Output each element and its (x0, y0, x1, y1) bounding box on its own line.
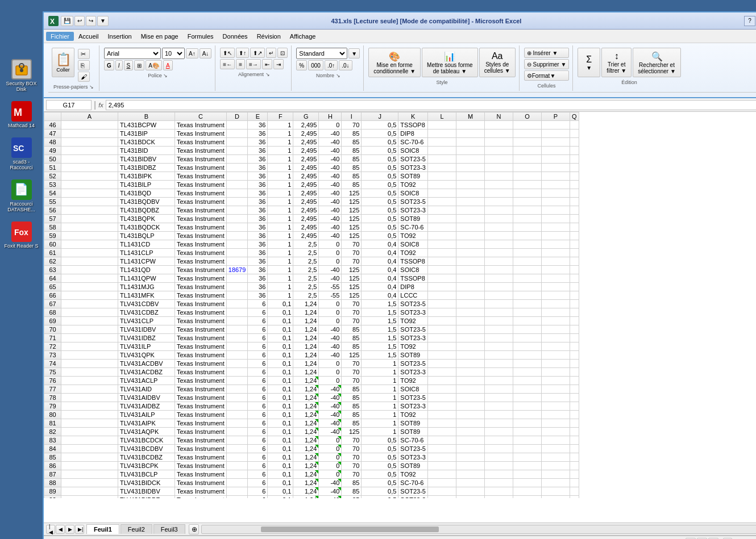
cell-j[interactable]: 1,5 (362, 351, 398, 360)
cell-empty[interactable] (542, 300, 570, 308)
cell-j[interactable]: 0,5 (362, 181, 398, 189)
cell-manufacturer[interactable]: Texas Instrument (175, 360, 227, 368)
cell-empty[interactable] (570, 428, 579, 436)
cell-a[interactable] (61, 181, 118, 189)
cell-empty[interactable] (570, 181, 579, 189)
cell-empty[interactable] (570, 334, 579, 342)
menu-revision[interactable]: Révision (252, 32, 285, 41)
cell-d[interactable] (226, 147, 248, 155)
cell-manufacturer[interactable]: Texas Instrument (175, 402, 227, 411)
sheet-tab-feuil1[interactable]: Feuil1 (86, 524, 119, 534)
mathcad-icon[interactable]: M Mathcad 14 (0, 99, 43, 131)
raccourci-icon[interactable]: 📄 RaccourciDATASHE... (0, 177, 43, 215)
cell-g[interactable]: 2,495 (293, 164, 319, 172)
undo-button[interactable]: ↩ (74, 16, 85, 26)
cell-h[interactable]: 0 (319, 462, 342, 470)
number-format-arrow[interactable]: ▼ (348, 48, 360, 59)
styles-button[interactable]: Aa Styles de cellules ▼ (479, 48, 516, 77)
cell-j[interactable]: 0,5 (362, 479, 398, 487)
cell-f[interactable]: 0,1 (268, 436, 293, 445)
cell-package[interactable]: SOT23-5 (398, 487, 428, 496)
cell-manufacturer[interactable]: Texas Instrument (175, 291, 227, 300)
cell-voltage[interactable]: 36 (248, 181, 268, 189)
cell-empty[interactable] (456, 300, 485, 308)
cell-i[interactable]: 125 (342, 291, 362, 300)
cell-i[interactable]: 70 (342, 308, 362, 317)
cell-empty[interactable] (428, 360, 456, 368)
cell-i[interactable]: 125 (342, 428, 362, 436)
cell-h[interactable]: -40 (319, 155, 342, 164)
cell-f[interactable]: 0,1 (268, 368, 293, 377)
cell-f[interactable]: 0,1 (268, 462, 293, 470)
cell-empty[interactable] (428, 453, 456, 462)
cell-package[interactable]: SOIC8 (398, 147, 428, 155)
cell-part-number[interactable]: TL1431CPW (118, 257, 175, 266)
somme-button[interactable]: Σ ▼ (578, 48, 600, 77)
underline-button[interactable]: S (124, 60, 134, 70)
col-header-B[interactable]: B (118, 112, 175, 121)
cell-package[interactable]: SOT23-3 (398, 402, 428, 411)
cell-empty[interactable] (542, 470, 570, 479)
cell-i[interactable]: 70 (342, 300, 362, 308)
cell-empty[interactable] (485, 470, 513, 479)
cell-voltage[interactable]: 6 (248, 445, 268, 453)
cell-d[interactable] (226, 257, 248, 266)
cell-voltage[interactable]: 6 (248, 342, 268, 351)
cell-empty[interactable] (485, 445, 513, 453)
decrease-font-button[interactable]: A↓ (200, 48, 212, 59)
cell-empty[interactable] (570, 470, 579, 479)
cell-empty[interactable] (570, 496, 579, 499)
cell-empty[interactable] (428, 419, 456, 428)
cell-f[interactable]: 0,1 (268, 402, 293, 411)
rechercher-button[interactable]: 🔍 Rechercher et sélectionner ▼ (633, 48, 681, 77)
cell-f[interactable]: 1 (268, 206, 293, 215)
redo-button[interactable]: ↪ (86, 16, 96, 26)
cell-g[interactable]: 2,5 (293, 274, 319, 283)
increase-font-button[interactable]: A↑ (186, 48, 198, 59)
cell-empty[interactable] (542, 453, 570, 462)
cell-package[interactable]: TO92 (398, 411, 428, 419)
cell-empty[interactable] (570, 487, 579, 496)
cell-part-number[interactable]: TL431BIPK (118, 172, 175, 181)
cell-voltage[interactable]: 36 (248, 274, 268, 283)
cell-voltage[interactable]: 36 (248, 164, 268, 172)
cell-i[interactable]: 85 (342, 402, 362, 411)
cell-h[interactable]: -40 (319, 189, 342, 198)
cell-a[interactable] (61, 257, 118, 266)
cell-package[interactable]: SOT23-3 (398, 308, 428, 317)
cell-j[interactable]: 1 (362, 360, 398, 368)
cell-voltage[interactable]: 36 (248, 138, 268, 147)
cell-part-number[interactable]: TLV431QPK (118, 351, 175, 360)
cell-empty[interactable] (513, 189, 542, 198)
cell-f[interactable]: 0,1 (268, 317, 293, 325)
cell-f[interactable]: 1 (268, 189, 293, 198)
cell-package[interactable]: SC-70-6 (398, 436, 428, 445)
cell-package[interactable]: SOT89 (398, 215, 428, 223)
cell-empty[interactable] (485, 181, 513, 189)
cell-empty[interactable] (513, 377, 542, 385)
cell-d[interactable] (226, 325, 248, 334)
cell-package[interactable]: SOIC8 (398, 266, 428, 274)
insert-sheet-button[interactable]: ⊕ (189, 524, 199, 534)
cell-a[interactable] (61, 394, 118, 402)
cell-manufacturer[interactable]: Texas Instrument (175, 129, 227, 138)
cell-empty[interactable] (485, 223, 513, 232)
cell-i[interactable]: 85 (342, 479, 362, 487)
cell-f[interactable]: 1 (268, 257, 293, 266)
cell-manufacturer[interactable]: Texas Instrument (175, 377, 227, 385)
cell-empty[interactable] (542, 257, 570, 266)
cell-j[interactable]: 0,4 (362, 283, 398, 291)
cell-empty[interactable] (428, 189, 456, 198)
cell-f[interactable]: 1 (268, 240, 293, 249)
cell-empty[interactable] (456, 351, 485, 360)
cell-empty[interactable] (456, 274, 485, 283)
cell-voltage[interactable]: 6 (248, 351, 268, 360)
cell-empty[interactable] (542, 479, 570, 487)
cell-g[interactable]: 1,24 (293, 428, 319, 436)
cell-part-number[interactable]: TLV431BIDCK (118, 479, 175, 487)
cell-empty[interactable] (456, 172, 485, 181)
cell-empty[interactable] (570, 419, 579, 428)
cell-empty[interactable] (513, 274, 542, 283)
cell-empty[interactable] (485, 129, 513, 138)
cell-part-number[interactable]: TLV431IDBV (118, 325, 175, 334)
